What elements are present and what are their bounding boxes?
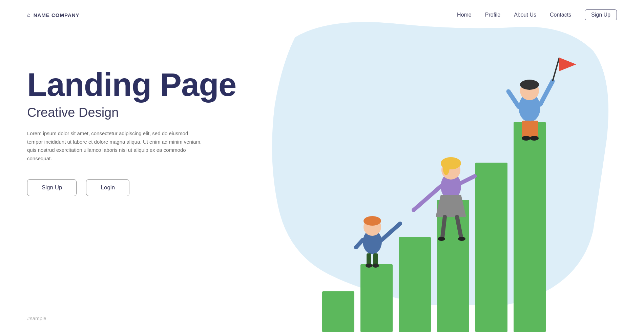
person3-hair <box>520 80 539 90</box>
person3-arm-l <box>508 91 519 107</box>
person3-shoe-r <box>530 136 539 141</box>
navigation: Home Profile About Us Contacts Sign Up <box>457 9 617 20</box>
hero-signup-button[interactable]: Sign Up <box>27 179 77 196</box>
flag-pole <box>553 58 559 81</box>
person2-shoe-l <box>438 237 445 241</box>
person2-leg-l <box>442 217 445 237</box>
flag <box>559 58 576 71</box>
hero-body-text: Lorem ipsum dolor sit amet, consectetur … <box>27 129 203 163</box>
hero-title: Landing Page <box>27 68 236 102</box>
bar-1 <box>322 291 354 332</box>
bar-4 <box>437 200 469 332</box>
bar-6 <box>514 122 546 332</box>
logo: ⌂ NAME COMPANY <box>27 12 80 18</box>
home-icon: ⌂ <box>27 12 31 18</box>
person2-hair-side <box>443 160 450 175</box>
illustration-svg <box>285 54 624 332</box>
nav-signup-button[interactable]: Sign Up <box>585 9 617 20</box>
person1-shoe-r <box>372 264 379 268</box>
header: ⌂ NAME COMPANY Home Profile About Us Con… <box>0 0 644 20</box>
hero-subtitle: Creative Design <box>27 105 236 120</box>
person1-hair <box>363 216 381 226</box>
person2-skirt <box>436 195 466 217</box>
nav-contacts[interactable]: Contacts <box>550 12 571 18</box>
bar-5 <box>475 163 507 332</box>
person1-arm-l <box>356 240 363 247</box>
person3-pants-r <box>530 121 538 138</box>
hero-buttons: Sign Up Login <box>27 179 236 196</box>
person3-pants-l <box>522 121 530 138</box>
person1-arm-r <box>382 224 400 240</box>
person3-shoe-l <box>522 136 531 141</box>
person1-shoe-l <box>366 264 372 268</box>
bar-2 <box>360 264 393 332</box>
bar-3 <box>399 237 431 332</box>
nav-about[interactable]: About Us <box>514 12 536 18</box>
person2-shoe-r <box>458 237 465 241</box>
person2-arm-l <box>414 186 441 210</box>
person3-arm-r <box>540 81 553 104</box>
illustration <box>285 54 624 332</box>
hero-login-button[interactable]: Login <box>86 179 129 196</box>
hero-section: Landing Page Creative Design Lorem ipsum… <box>27 68 236 196</box>
logo-text: NAME COMPANY <box>34 12 80 18</box>
footer-tag: #sample <box>27 315 46 321</box>
nav-home[interactable]: Home <box>457 12 472 18</box>
person2-arm-r <box>461 176 475 183</box>
nav-profile[interactable]: Profile <box>485 12 500 18</box>
